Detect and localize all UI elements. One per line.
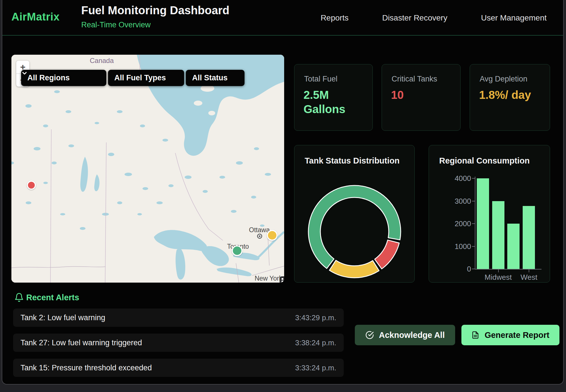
stat-value: 1.8%/ day	[479, 88, 540, 102]
y-axis-tick-label: 3000	[455, 197, 471, 206]
check-circle-icon	[365, 331, 374, 339]
alert-row[interactable]: Tank 2: Low fuel warning 3:43:29 p.m.	[13, 309, 344, 327]
page-subtitle: Real-Time Overview	[81, 21, 151, 29]
fuel-map[interactable]: Canada Ottawa Toronto New York + − All R…	[11, 55, 284, 283]
status-filter-value: All Status	[192, 74, 228, 82]
donut-segment-critical	[374, 240, 399, 269]
y-axis-tick-label: 2000	[455, 219, 471, 228]
ottawa-city-dot	[257, 234, 262, 239]
map-label-newyork: New York	[255, 275, 282, 282]
chart-title: Tank Status Distribution	[305, 156, 400, 166]
tank-status-donut-chart	[306, 183, 403, 281]
tank-marker-warning[interactable]	[267, 230, 278, 241]
fuel-type-filter-value: All Fuel Types	[114, 74, 166, 82]
stat-card-avg-depletion: Avg Depletion 1.8%/ day	[470, 64, 550, 131]
stat-card-critical-tanks: Critical Tanks 10	[382, 64, 461, 131]
bar-category-1	[477, 178, 489, 269]
fuel-type-filter-dropdown[interactable]: All Fuel Types	[108, 70, 184, 86]
y-axis-tick-label: 4000	[455, 174, 471, 183]
map-label-canada: Canada	[90, 57, 114, 65]
recent-alerts-title: Recent Alerts	[26, 293, 79, 302]
nav-reports[interactable]: Reports	[321, 13, 349, 23]
tank-marker-normal[interactable]	[232, 245, 243, 256]
bar-category-3	[507, 224, 520, 269]
alert-message: Tank 15: Pressure threshold exceeded	[21, 364, 152, 372]
header: AirMatrix Fuel Monitoring Dashboard Real…	[2, 0, 563, 36]
alert-message: Tank 27: Low fuel warning triggered	[21, 338, 142, 347]
regional-consumption-bar-chart: 4000 3000 2000 1000 0 Midwest West	[429, 145, 550, 283]
y-axis-tick-label: 1000	[455, 242, 471, 251]
page-title: Fuel Monitoring Dashboard	[81, 4, 229, 17]
alert-timestamp: 3:43:29 p.m.	[295, 313, 336, 322]
nav-disaster-recovery[interactable]: Disaster Recovery	[382, 13, 447, 23]
stat-label: Critical Tanks	[392, 75, 437, 83]
stat-label: Avg Depletion	[480, 75, 528, 83]
x-axis-tick-label: Midwest	[484, 273, 512, 282]
document-icon	[471, 331, 479, 339]
y-axis-tick-label: 0	[467, 265, 471, 273]
map-drag-handle-icon[interactable]	[280, 276, 284, 283]
nav-user-management[interactable]: User Management	[481, 13, 547, 23]
stat-value: 2.5M Gallons	[304, 88, 365, 116]
bell-icon	[14, 292, 24, 304]
region-filter-value: All Regions	[27, 74, 70, 82]
top-nav: Reports Disaster Recovery User Managemen…	[321, 0, 547, 36]
stat-value: 10	[391, 88, 452, 102]
map-filter-bar: All Regions All Fuel Types All Status	[21, 70, 245, 86]
generate-report-button[interactable]: Generate Report	[461, 325, 559, 345]
tank-status-distribution-card: Tank Status Distribution	[294, 145, 415, 283]
bar-Midwest	[492, 201, 504, 269]
map-label-ottawa: Ottawa	[249, 226, 270, 234]
region-filter-dropdown[interactable]: All Regions	[21, 70, 106, 86]
status-filter-dropdown[interactable]: All Status	[186, 70, 245, 86]
stat-label: Total Fuel	[304, 75, 337, 83]
donut-segment-warning	[329, 260, 379, 278]
alert-row[interactable]: Tank 27: Low fuel warning triggered 3:38…	[13, 334, 344, 352]
x-axis-tick-label: West	[521, 273, 538, 282]
acknowledge-all-button[interactable]: Acknowledge All	[355, 325, 455, 345]
brand-logo: AirMatrix	[11, 11, 60, 23]
bar-West	[523, 206, 535, 269]
regional-consumption-card: Regional Consumption 4000 3000 2000 1000…	[429, 145, 550, 283]
alert-timestamp: 3:38:24 p.m.	[295, 338, 336, 347]
acknowledge-all-label: Acknowledge All	[379, 330, 445, 340]
generate-report-label: Generate Report	[484, 330, 549, 340]
alert-row[interactable]: Tank 15: Pressure threshold exceeded 3:3…	[13, 359, 344, 377]
alert-timestamp: 3:33:24 p.m.	[295, 364, 336, 372]
stat-card-total-fuel: Total Fuel 2.5M Gallons	[294, 64, 373, 131]
dashboard-window: AirMatrix Fuel Monitoring Dashboard Real…	[2, 0, 564, 385]
tank-marker-critical[interactable]	[27, 181, 36, 190]
alert-message: Tank 2: Low fuel warning	[21, 313, 105, 322]
